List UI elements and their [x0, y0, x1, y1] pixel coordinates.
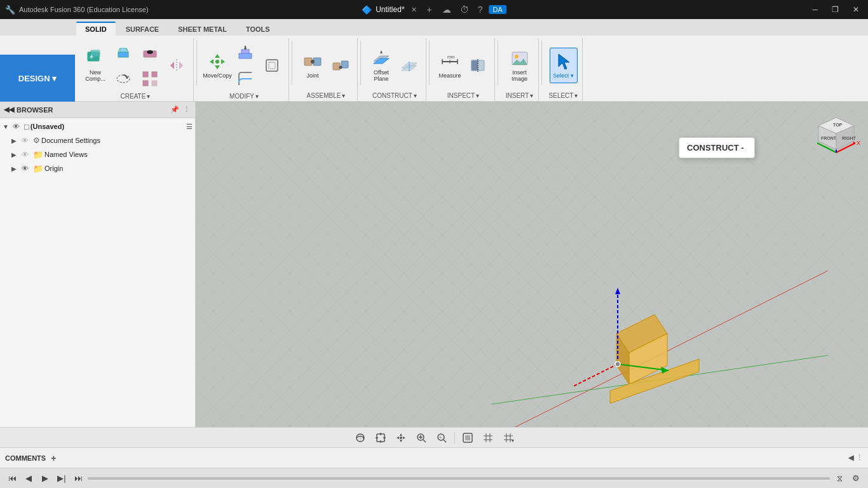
- timeline-start-btn[interactable]: ⏮: [5, 471, 19, 485]
- svg-point-32: [311, 60, 315, 64]
- app-icon: 🔧: [5, 5, 15, 15]
- timeline-filter-btn[interactable]: ⧖: [832, 471, 846, 485]
- new-component-btn[interactable]: + New Comp...: [81, 48, 109, 83]
- shell-btn[interactable]: [259, 53, 285, 78]
- move-label: Move/Copy: [203, 73, 232, 79]
- viewport[interactable]: X Z TOP FRONT RIGHT CONSTRUCT -: [196, 102, 868, 427]
- ribbon-group-select: Select ▾ SELECT ▾: [545, 38, 583, 102]
- tab-history-btn[interactable]: ⏱: [458, 4, 471, 15]
- doc-settings-expand-btn[interactable]: ▶: [11, 137, 20, 144]
- press-pull-btn[interactable]: [233, 39, 258, 65]
- browser-title: BROWSER: [17, 106, 168, 114]
- browser-item-named-views[interactable]: ▶ 👁 📁 Named Views: [0, 147, 195, 161]
- orbit-btn[interactable]: [351, 430, 369, 445]
- svg-marker-20: [215, 65, 220, 69]
- timeline-next-btn[interactable]: ▶|: [55, 471, 69, 485]
- offset-plane-btn[interactable]: Offset Plane: [367, 48, 395, 83]
- grid-settings-btn[interactable]: [499, 430, 517, 445]
- modify-label[interactable]: MODIFY ▾: [229, 92, 259, 101]
- timeline-play-btn[interactable]: ▶: [38, 471, 52, 485]
- create-buttons: + New Comp...: [81, 39, 189, 92]
- browser-item-doc-settings[interactable]: ▶ 👁 ⚙ Document Settings: [0, 133, 195, 147]
- sep2: [292, 41, 292, 85]
- sep1: [196, 41, 197, 85]
- midplane-btn[interactable]: [397, 53, 422, 78]
- select-icon: [553, 51, 574, 72]
- move-btn[interactable]: Move/Copy: [203, 48, 231, 83]
- comments-add-btn[interactable]: +: [51, 453, 56, 463]
- insert-buttons: Insert Image: [506, 39, 534, 91]
- hole-btn[interactable]: [137, 39, 163, 65]
- tab-add-btn[interactable]: +: [423, 4, 436, 15]
- mirror-btn[interactable]: [164, 53, 189, 78]
- svg-rect-25: [241, 50, 249, 53]
- origin-expand-btn[interactable]: ▶: [11, 165, 20, 172]
- tab-cloud-btn[interactable]: ☁: [440, 4, 454, 15]
- design-button[interactable]: DESIGN ▾: [0, 55, 75, 102]
- joint-icon: [302, 51, 323, 72]
- pattern-btn[interactable]: [137, 66, 163, 92]
- fillet-btn[interactable]: [233, 66, 258, 92]
- maximize-btn[interactable]: ❐: [828, 4, 843, 15]
- tab-help-btn[interactable]: ?: [475, 4, 485, 15]
- as-built-joint-btn[interactable]: [328, 53, 353, 78]
- select-label-group[interactable]: SELECT ▾: [549, 91, 578, 100]
- inspect-label[interactable]: INSPECT ▾: [447, 91, 479, 100]
- svg-marker-18: [179, 62, 183, 69]
- create-label[interactable]: CREATE ▾: [121, 92, 151, 101]
- construct-label[interactable]: CONSTRUCT ▾: [372, 91, 417, 100]
- ribbon-group-create: + New Comp...: [78, 38, 194, 102]
- zoom-fit-btn[interactable]: [412, 430, 430, 445]
- browser-collapse-btn[interactable]: ◀◀: [4, 105, 14, 114]
- timeline-end-btn[interactable]: ⏭: [71, 471, 85, 485]
- origin-visibility-btn[interactable]: 👁: [22, 165, 32, 172]
- browser-item-root[interactable]: ▼ 👁 □ (Unsaved) ☰: [0, 119, 195, 133]
- svg-point-35: [339, 65, 342, 69]
- tab-close-btn[interactable]: ✕: [409, 6, 419, 14]
- extrude-btn[interactable]: [111, 39, 136, 65]
- section-analysis-btn[interactable]: [465, 53, 491, 78]
- minimize-btn[interactable]: ─: [808, 4, 822, 15]
- tab-tools[interactable]: TOOLS: [237, 23, 279, 36]
- comments-divider-handle[interactable]: ⋮: [856, 454, 863, 462]
- root-expand-btn[interactable]: ▼: [3, 123, 11, 130]
- comments-collapse-btn[interactable]: ◀: [848, 454, 853, 462]
- tab-surface[interactable]: SURFACE: [117, 23, 168, 36]
- insert-image-btn[interactable]: Insert Image: [506, 48, 534, 83]
- timeline-track[interactable]: [88, 477, 830, 480]
- joint-btn[interactable]: Joint: [299, 48, 327, 83]
- select-dropdown-icon: ▾: [574, 92, 578, 99]
- browser-item-origin[interactable]: ▶ 👁 📁 Origin: [0, 161, 195, 175]
- tab-solid[interactable]: SOLID: [76, 22, 116, 36]
- zoom-window-btn[interactable]: +: [433, 430, 451, 445]
- insert-dropdown-icon: ▾: [530, 92, 533, 99]
- display-mode-btn2[interactable]: [372, 430, 390, 445]
- construct-tooltip-title: CONSTRUCT -: [687, 143, 747, 152]
- doc-settings-visibility-btn[interactable]: 👁: [22, 137, 32, 144]
- insert-label[interactable]: INSERT ▾: [506, 91, 534, 100]
- grid-display-btn[interactable]: [479, 430, 497, 445]
- svg-rect-29: [269, 62, 275, 69]
- svg-rect-24: [239, 53, 252, 58]
- press-pull-icon: [236, 43, 254, 61]
- root-menu-btn[interactable]: ☰: [186, 123, 193, 131]
- timeline-prev-btn[interactable]: ◀: [22, 471, 36, 485]
- named-views-expand-btn[interactable]: ▶: [11, 151, 20, 158]
- close-btn[interactable]: ✕: [849, 4, 863, 15]
- browser-pin-btn[interactable]: 📌: [170, 105, 179, 114]
- browser-divider-handle[interactable]: ⋮: [182, 105, 191, 114]
- display-settings-btn[interactable]: [459, 430, 477, 445]
- measure-btn[interactable]: mm Measure: [436, 48, 464, 83]
- user-avatar[interactable]: DA: [489, 5, 506, 14]
- timeline-settings-btn[interactable]: ⚙: [849, 471, 863, 485]
- assemble-label[interactable]: ASSEMBLE ▾: [307, 91, 346, 100]
- named-views-visibility-btn[interactable]: 👁: [22, 151, 32, 158]
- tab-sheet-metal[interactable]: SHEET METAL: [169, 23, 236, 36]
- svg-rect-4: [120, 48, 126, 52]
- sep4: [429, 41, 430, 85]
- root-visibility-btn[interactable]: 👁: [13, 123, 23, 130]
- viewcube[interactable]: X Z TOP FRONT RIGHT: [811, 108, 862, 159]
- select-btn[interactable]: Select ▾: [550, 48, 578, 83]
- revolve-btn[interactable]: [111, 66, 136, 92]
- pan-btn[interactable]: [392, 430, 410, 445]
